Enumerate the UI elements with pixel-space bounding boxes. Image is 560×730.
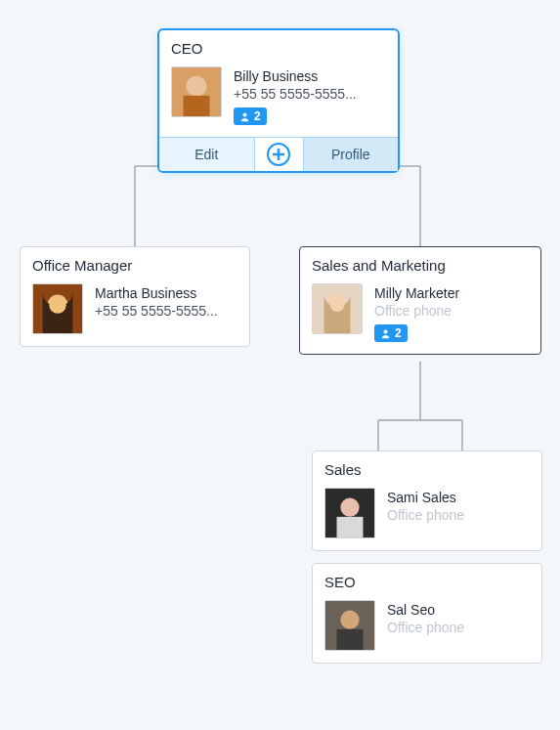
person-name: Martha Business	[95, 285, 218, 301]
avatar	[32, 283, 83, 334]
avatar	[324, 600, 375, 651]
node-actions: Edit Profile	[159, 137, 398, 171]
avatar	[324, 488, 375, 538]
person-name: Milly Marketer	[374, 285, 459, 301]
reports-badge: 2	[234, 107, 267, 125]
org-node-sales-marketing[interactable]: Sales and Marketing Milly Marketer Offic…	[299, 246, 541, 355]
person-phone: Office phone	[387, 507, 464, 523]
plus-icon	[267, 143, 290, 166]
org-node-office-manager[interactable]: Office Manager Martha Business +55 55 55…	[20, 246, 250, 347]
person-name: Sal Seo	[387, 602, 464, 618]
org-node-sales[interactable]: Sales Sami Sales Office phone	[312, 451, 542, 551]
svg-point-13	[340, 611, 359, 629]
svg-rect-14	[337, 629, 364, 650]
person-phone: Office phone	[374, 303, 459, 319]
org-chart-canvas: CEO Billy Business +55 55 5555-5555... 2…	[0, 0, 560, 730]
node-title: CEO	[159, 30, 398, 63]
svg-point-5	[49, 297, 65, 314]
node-title: Sales and Marketing	[300, 247, 540, 279]
person-icon	[239, 111, 250, 122]
avatar	[171, 66, 222, 117]
person-name: Sami Sales	[387, 490, 464, 505]
add-button[interactable]	[255, 138, 304, 171]
org-node-seo[interactable]: SEO Sal Seo Office phone	[312, 563, 542, 664]
node-title: SEO	[313, 564, 541, 596]
org-node-ceo[interactable]: CEO Billy Business +55 55 5555-5555... 2…	[157, 28, 400, 173]
node-title: Office Manager	[21, 247, 249, 279]
svg-rect-2	[184, 96, 210, 116]
node-title: Sales	[313, 451, 541, 484]
person-phone: +55 55 5555-5555...	[95, 303, 218, 319]
person-icon	[380, 328, 391, 339]
person-name: Billy Business	[234, 68, 357, 84]
svg-point-8	[329, 297, 344, 312]
svg-rect-11	[337, 517, 364, 537]
edit-button[interactable]: Edit	[159, 138, 255, 171]
person-phone: +55 55 5555-5555...	[234, 86, 357, 102]
profile-button[interactable]: Profile	[304, 138, 399, 171]
person-phone: Office phone	[387, 620, 464, 635]
svg-point-1	[186, 76, 206, 97]
svg-point-10	[340, 498, 359, 517]
reports-badge: 2	[374, 324, 408, 342]
avatar	[312, 283, 363, 334]
